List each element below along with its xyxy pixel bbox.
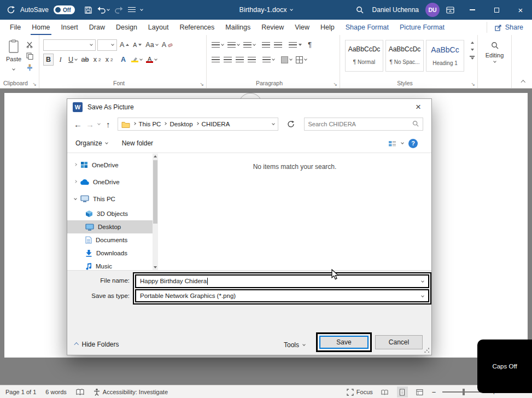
ribbon-display-options-icon[interactable]: [446, 6, 454, 14]
tab-picture-format[interactable]: Picture Format: [400, 20, 445, 35]
paste-button[interactable]: Paste: [3, 39, 24, 72]
sidebar-item-onedrive-1[interactable]: OneDrive: [67, 156, 153, 173]
back-button[interactable]: ←: [74, 120, 82, 129]
tab-review[interactable]: Review: [261, 20, 284, 35]
tab-references[interactable]: References: [179, 20, 214, 35]
scroll-down-icon[interactable]: [154, 266, 157, 268]
tab-shape-format[interactable]: Shape Format: [346, 20, 389, 35]
style-heading1[interactable]: AaBbCcHeading 1: [426, 40, 464, 72]
maximize-button[interactable]: [485, 0, 508, 20]
accessibility-status[interactable]: Accessibility: Investigate: [93, 388, 168, 396]
search-icon[interactable]: [356, 6, 364, 14]
styles-scroll-up-icon[interactable]: [471, 42, 474, 44]
tab-home[interactable]: Home: [32, 20, 50, 35]
change-case-button[interactable]: Aa: [144, 39, 159, 51]
decrease-indent-button[interactable]: [261, 39, 271, 51]
cut-icon[interactable]: [26, 41, 33, 48]
refresh-icon[interactable]: [287, 120, 295, 128]
subscript-button[interactable]: x2: [92, 54, 102, 66]
breadcrumb-chidera[interactable]: CHIDERA: [202, 121, 230, 127]
breadcrumb-this-pc[interactable]: This PC: [139, 121, 161, 127]
justify-button[interactable]: [247, 54, 257, 66]
sidebar-scrollbar[interactable]: [153, 154, 158, 270]
italic-button[interactable]: I: [55, 54, 66, 66]
text-effects-button[interactable]: A: [118, 54, 128, 66]
bullets-button[interactable]: [211, 39, 225, 51]
styles-scroll-down-icon[interactable]: [471, 49, 474, 51]
sort-button[interactable]: [288, 39, 303, 51]
tab-insert[interactable]: Insert: [61, 20, 78, 35]
shrink-font-button[interactable]: A: [132, 39, 143, 51]
tab-view[interactable]: View: [295, 20, 309, 35]
focus-button[interactable]: Focus: [347, 389, 373, 396]
customize-qat-icon[interactable]: [128, 7, 136, 13]
format-painter-icon[interactable]: [26, 64, 33, 71]
styles-pane-button[interactable]: [470, 56, 475, 60]
breadcrumb-desktop[interactable]: Desktop: [169, 121, 192, 127]
numbering-button[interactable]: [226, 39, 241, 51]
dialog-close-button[interactable]: ×: [411, 102, 426, 113]
scrollbar-thumb[interactable]: [153, 160, 157, 224]
file-name-input[interactable]: Happy Birthday Chidera: [135, 274, 429, 288]
show-hide-pilcrow-button[interactable]: ¶: [305, 39, 315, 51]
qat-dropdown-icon[interactable]: [140, 8, 143, 11]
borders-button[interactable]: [295, 54, 308, 66]
underline-button[interactable]: U: [67, 54, 78, 66]
page-count[interactable]: Page 1 of 1: [5, 389, 36, 395]
web-layout-button[interactable]: [414, 387, 425, 397]
expand-icon[interactable]: [74, 163, 77, 166]
bold-button[interactable]: B: [43, 54, 54, 66]
close-button[interactable]: ×: [509, 0, 532, 20]
save-as-type-select[interactable]: Portable Network Graphics (*.png): [135, 289, 429, 303]
sidebar-item-this-pc[interactable]: This PC: [67, 190, 153, 207]
print-layout-button[interactable]: [397, 387, 408, 397]
address-dropdown-icon[interactable]: [272, 122, 275, 125]
sidebar-item-documents[interactable]: Documents: [67, 233, 153, 247]
redo-icon[interactable]: [114, 6, 123, 14]
help-button[interactable]: ?: [408, 139, 418, 148]
sidebar-item-downloads[interactable]: Downloads: [67, 247, 153, 260]
style-no-spacing[interactable]: AaBbCcDc¶ No Spac...: [385, 40, 424, 72]
collapse-icon[interactable]: [74, 197, 77, 200]
read-mode-button[interactable]: [379, 387, 390, 397]
copy-icon[interactable]: [26, 52, 33, 60]
proofing-icon[interactable]: [76, 389, 84, 395]
file-list-area[interactable]: No items match your search.: [158, 154, 431, 270]
font-name-combo[interactable]: [43, 39, 96, 51]
paragraph-launcher-icon[interactable]: ↘: [333, 81, 337, 87]
save-button[interactable]: Save: [319, 336, 369, 349]
dialog-titlebar[interactable]: W Save As Picture ×: [67, 99, 431, 115]
user-name[interactable]: Daniel Uchenna: [372, 6, 419, 14]
align-right-button[interactable]: [235, 54, 245, 66]
undo-button[interactable]: [97, 6, 109, 14]
editing-button[interactable]: Editing: [478, 42, 511, 62]
share-button[interactable]: Share: [487, 22, 532, 33]
expand-icon[interactable]: [74, 180, 77, 183]
strikethrough-button[interactable]: ab: [80, 54, 90, 66]
address-bar[interactable]: This PC Desktop CHIDERA: [118, 118, 278, 131]
tab-layout[interactable]: Layout: [148, 20, 169, 35]
organize-button[interactable]: Organize: [75, 139, 108, 147]
recent-locations-icon[interactable]: [97, 122, 101, 125]
minimize-button[interactable]: [461, 0, 484, 20]
font-size-combo[interactable]: [97, 39, 117, 51]
tools-button[interactable]: Tools: [284, 341, 305, 349]
search-input[interactable]: Search CHIDERA: [304, 118, 423, 131]
clipboard-launcher-icon[interactable]: ↘: [32, 81, 37, 87]
sidebar-item-desktop[interactable]: Desktop: [67, 220, 153, 233]
collapse-ribbon-icon[interactable]: [521, 80, 525, 84]
sidebar-item-onedrive-2[interactable]: OneDrive: [67, 173, 153, 190]
view-selector-icon[interactable]: [388, 140, 396, 147]
zoom-slider-thumb[interactable]: [463, 389, 465, 395]
sidebar-item-music[interactable]: Music: [67, 260, 153, 270]
document-title-area[interactable]: Birthday-1.docx: [239, 6, 293, 14]
save-as-type-dropdown-icon[interactable]: [421, 294, 424, 297]
font-launcher-icon[interactable]: ↘: [200, 81, 204, 87]
line-spacing-button[interactable]: [261, 54, 276, 66]
cancel-button[interactable]: Cancel: [375, 335, 423, 349]
clear-formatting-button[interactable]: A: [161, 39, 174, 51]
align-left-button[interactable]: [211, 54, 221, 66]
forward-button[interactable]: →: [86, 120, 94, 129]
multilevel-list-button[interactable]: [242, 39, 256, 51]
word-count[interactable]: 6 words: [45, 389, 67, 395]
